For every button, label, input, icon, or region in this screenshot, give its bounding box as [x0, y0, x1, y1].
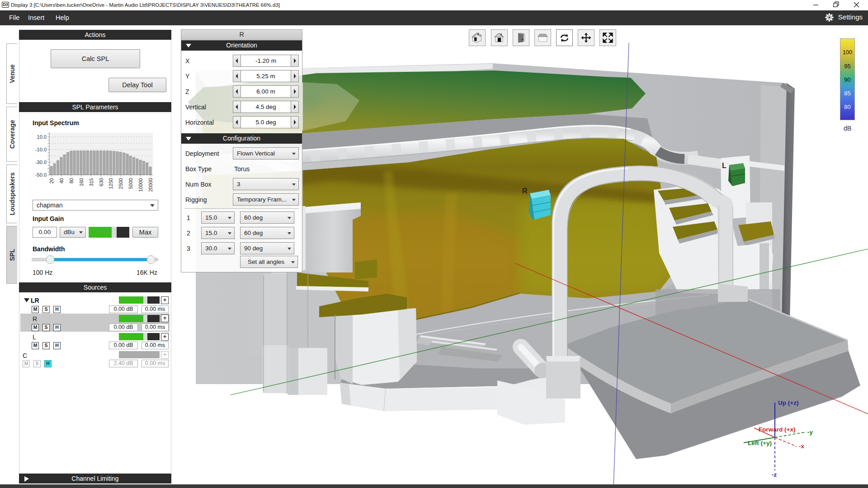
- svg-text:10000: 10000: [138, 178, 143, 192]
- svg-text:20000: 20000: [148, 178, 153, 192]
- svg-text:-x: -x: [799, 443, 804, 450]
- svg-text:2500: 2500: [118, 178, 123, 189]
- svg-text:20: 20: [49, 178, 54, 183]
- svg-text:160: 160: [79, 178, 84, 186]
- svg-text:-30.0: -30.0: [35, 160, 47, 165]
- svg-text:Up (+z): Up (+z): [778, 399, 798, 406]
- svg-text:Forward (+x): Forward (+x): [759, 426, 795, 433]
- svg-text:80: 80: [69, 178, 74, 183]
- svg-text:L: L: [722, 162, 726, 169]
- svg-text:315: 315: [89, 178, 94, 186]
- svg-text:-10.0: -10.0: [35, 147, 47, 152]
- svg-text:Left (+y): Left (+y): [748, 440, 772, 446]
- svg-text:-50.0: -50.0: [35, 172, 47, 178]
- svg-text:5000: 5000: [128, 178, 133, 189]
- svg-text:10.0: 10.0: [37, 134, 47, 140]
- svg-text:630: 630: [99, 178, 104, 186]
- svg-text:-y: -y: [807, 429, 813, 436]
- svg-text:-z: -z: [772, 471, 777, 478]
- svg-text:40: 40: [59, 178, 64, 183]
- svg-text:R: R: [522, 187, 528, 195]
- svg-text:1250: 1250: [108, 178, 113, 189]
